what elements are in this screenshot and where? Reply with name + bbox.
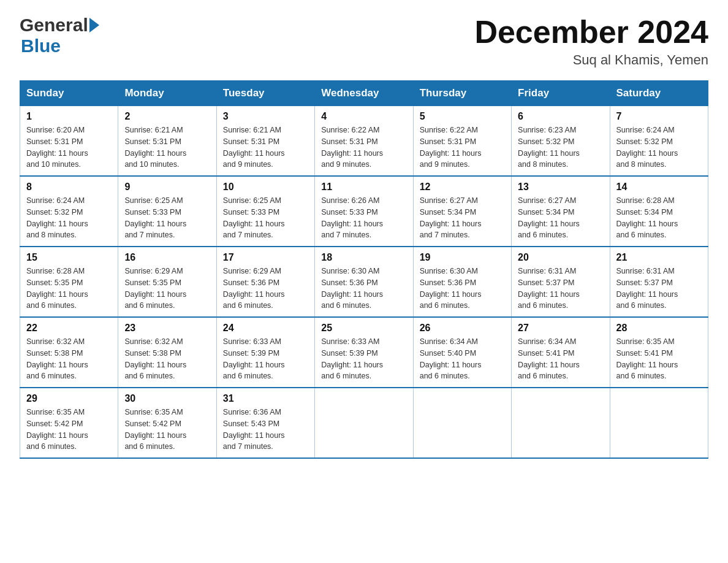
calendar-day-cell: 24Sunrise: 6:33 AMSunset: 5:39 PMDayligh… — [216, 317, 314, 388]
day-info: Sunrise: 6:31 AMSunset: 5:37 PMDaylight:… — [518, 266, 603, 312]
calendar-header-row: Sunday Monday Tuesday Wednesday Thursday… — [20, 81, 708, 106]
calendar-day-cell: 23Sunrise: 6:32 AMSunset: 5:38 PMDayligh… — [118, 317, 216, 388]
logo-arrow-icon — [89, 18, 99, 33]
day-number: 2 — [124, 111, 210, 122]
day-number: 20 — [518, 252, 603, 263]
day-info: Sunrise: 6:23 AMSunset: 5:32 PMDaylight:… — [518, 124, 603, 170]
calendar-day-cell: 31Sunrise: 6:36 AMSunset: 5:43 PMDayligh… — [216, 388, 314, 458]
calendar-day-cell: 8Sunrise: 6:24 AMSunset: 5:32 PMDaylight… — [20, 176, 118, 247]
calendar-table: Sunday Monday Tuesday Wednesday Thursday… — [20, 80, 708, 459]
title-area: December 2024 Suq al Khamis, Yemen — [474, 15, 708, 68]
day-info: Sunrise: 6:29 AMSunset: 5:36 PMDaylight:… — [223, 266, 308, 312]
day-info: Sunrise: 6:26 AMSunset: 5:33 PMDaylight:… — [321, 195, 406, 241]
calendar-day-cell — [413, 388, 511, 458]
day-info: Sunrise: 6:35 AMSunset: 5:42 PMDaylight:… — [26, 407, 112, 453]
calendar-day-cell: 3Sunrise: 6:21 AMSunset: 5:31 PMDaylight… — [216, 106, 314, 177]
calendar-day-cell: 30Sunrise: 6:35 AMSunset: 5:42 PMDayligh… — [118, 388, 216, 458]
day-number: 9 — [124, 182, 210, 193]
header-tuesday: Tuesday — [216, 81, 314, 106]
day-info: Sunrise: 6:24 AMSunset: 5:32 PMDaylight:… — [26, 195, 112, 241]
calendar-day-cell: 20Sunrise: 6:31 AMSunset: 5:37 PMDayligh… — [512, 247, 610, 317]
calendar-day-cell: 19Sunrise: 6:30 AMSunset: 5:36 PMDayligh… — [413, 247, 511, 317]
day-info: Sunrise: 6:20 AMSunset: 5:31 PMDaylight:… — [26, 124, 112, 170]
day-number: 5 — [420, 111, 505, 122]
day-number: 10 — [223, 182, 308, 193]
calendar-day-cell: 11Sunrise: 6:26 AMSunset: 5:33 PMDayligh… — [315, 176, 413, 247]
calendar-day-cell: 13Sunrise: 6:27 AMSunset: 5:34 PMDayligh… — [512, 176, 610, 247]
header-friday: Friday — [512, 81, 610, 106]
calendar-day-cell: 27Sunrise: 6:34 AMSunset: 5:41 PMDayligh… — [512, 317, 610, 388]
day-info: Sunrise: 6:24 AMSunset: 5:32 PMDaylight:… — [616, 124, 702, 170]
day-number: 30 — [124, 393, 210, 404]
calendar-day-cell — [610, 388, 708, 458]
calendar-week-3: 15Sunrise: 6:28 AMSunset: 5:35 PMDayligh… — [20, 247, 708, 317]
calendar-week-1: 1Sunrise: 6:20 AMSunset: 5:31 PMDaylight… — [20, 106, 708, 177]
calendar-day-cell: 21Sunrise: 6:31 AMSunset: 5:37 PMDayligh… — [610, 247, 708, 317]
calendar-day-cell: 28Sunrise: 6:35 AMSunset: 5:41 PMDayligh… — [610, 317, 708, 388]
header-saturday: Saturday — [610, 81, 708, 106]
calendar-day-cell: 29Sunrise: 6:35 AMSunset: 5:42 PMDayligh… — [20, 388, 118, 458]
day-number: 12 — [420, 182, 505, 193]
day-info: Sunrise: 6:30 AMSunset: 5:36 PMDaylight:… — [420, 266, 505, 312]
calendar-day-cell: 9Sunrise: 6:25 AMSunset: 5:33 PMDaylight… — [118, 176, 216, 247]
day-info: Sunrise: 6:33 AMSunset: 5:39 PMDaylight:… — [223, 336, 308, 382]
calendar-day-cell: 25Sunrise: 6:33 AMSunset: 5:39 PMDayligh… — [315, 317, 413, 388]
day-info: Sunrise: 6:35 AMSunset: 5:41 PMDaylight:… — [616, 336, 702, 382]
day-number: 4 — [321, 111, 406, 122]
logo: General Blue — [20, 15, 99, 56]
day-number: 31 — [223, 393, 308, 404]
main-title: December 2024 — [474, 15, 708, 50]
logo-blue-text: Blue — [20, 36, 99, 56]
day-info: Sunrise: 6:29 AMSunset: 5:35 PMDaylight:… — [124, 266, 210, 312]
header-sunday: Sunday — [20, 81, 118, 106]
logo-general-text: General — [20, 15, 88, 36]
day-number: 27 — [518, 323, 603, 334]
subtitle: Suq al Khamis, Yemen — [474, 52, 708, 68]
day-number: 6 — [518, 111, 603, 122]
calendar-day-cell: 5Sunrise: 6:22 AMSunset: 5:31 PMDaylight… — [413, 106, 511, 177]
day-info: Sunrise: 6:21 AMSunset: 5:31 PMDaylight:… — [223, 124, 308, 170]
calendar-day-cell: 10Sunrise: 6:25 AMSunset: 5:33 PMDayligh… — [216, 176, 314, 247]
day-info: Sunrise: 6:36 AMSunset: 5:43 PMDaylight:… — [223, 407, 308, 453]
calendar-week-2: 8Sunrise: 6:24 AMSunset: 5:32 PMDaylight… — [20, 176, 708, 247]
day-info: Sunrise: 6:28 AMSunset: 5:34 PMDaylight:… — [616, 195, 702, 241]
calendar-day-cell: 7Sunrise: 6:24 AMSunset: 5:32 PMDaylight… — [610, 106, 708, 177]
day-info: Sunrise: 6:25 AMSunset: 5:33 PMDaylight:… — [223, 195, 308, 241]
day-info: Sunrise: 6:32 AMSunset: 5:38 PMDaylight:… — [124, 336, 210, 382]
day-number: 14 — [616, 182, 702, 193]
day-number: 23 — [124, 323, 210, 334]
day-number: 7 — [616, 111, 702, 122]
day-info: Sunrise: 6:27 AMSunset: 5:34 PMDaylight:… — [518, 195, 603, 241]
day-info: Sunrise: 6:34 AMSunset: 5:41 PMDaylight:… — [518, 336, 603, 382]
day-number: 11 — [321, 182, 406, 193]
day-info: Sunrise: 6:32 AMSunset: 5:38 PMDaylight:… — [26, 336, 112, 382]
day-number: 1 — [26, 111, 112, 122]
calendar-day-cell — [512, 388, 610, 458]
day-number: 16 — [124, 252, 210, 263]
header-monday: Monday — [118, 81, 216, 106]
calendar-week-5: 29Sunrise: 6:35 AMSunset: 5:42 PMDayligh… — [20, 388, 708, 458]
header-thursday: Thursday — [413, 81, 511, 106]
day-number: 17 — [223, 252, 308, 263]
calendar-week-4: 22Sunrise: 6:32 AMSunset: 5:38 PMDayligh… — [20, 317, 708, 388]
day-number: 28 — [616, 323, 702, 334]
calendar-day-cell: 14Sunrise: 6:28 AMSunset: 5:34 PMDayligh… — [610, 176, 708, 247]
day-info: Sunrise: 6:35 AMSunset: 5:42 PMDaylight:… — [124, 407, 210, 453]
calendar-day-cell: 22Sunrise: 6:32 AMSunset: 5:38 PMDayligh… — [20, 317, 118, 388]
day-info: Sunrise: 6:34 AMSunset: 5:40 PMDaylight:… — [420, 336, 505, 382]
calendar-day-cell: 6Sunrise: 6:23 AMSunset: 5:32 PMDaylight… — [512, 106, 610, 177]
header-wednesday: Wednesday — [315, 81, 413, 106]
day-number: 3 — [223, 111, 308, 122]
day-info: Sunrise: 6:27 AMSunset: 5:34 PMDaylight:… — [420, 195, 505, 241]
calendar-day-cell: 15Sunrise: 6:28 AMSunset: 5:35 PMDayligh… — [20, 247, 118, 317]
calendar-day-cell: 12Sunrise: 6:27 AMSunset: 5:34 PMDayligh… — [413, 176, 511, 247]
day-number: 8 — [26, 182, 112, 193]
day-info: Sunrise: 6:21 AMSunset: 5:31 PMDaylight:… — [124, 124, 210, 170]
calendar-day-cell — [315, 388, 413, 458]
day-info: Sunrise: 6:25 AMSunset: 5:33 PMDaylight:… — [124, 195, 210, 241]
day-info: Sunrise: 6:28 AMSunset: 5:35 PMDaylight:… — [26, 266, 112, 312]
page-header: General Blue December 2024 Suq al Khamis… — [20, 15, 708, 68]
day-number: 26 — [420, 323, 505, 334]
calendar-day-cell: 26Sunrise: 6:34 AMSunset: 5:40 PMDayligh… — [413, 317, 511, 388]
day-number: 18 — [321, 252, 406, 263]
